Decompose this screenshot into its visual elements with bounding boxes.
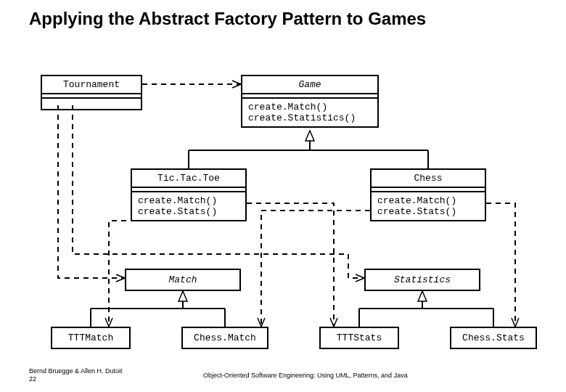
class-chessstats: Chess.Stats <box>450 327 537 349</box>
class-tournament-ops <box>42 99 141 109</box>
class-match: Match <box>125 269 241 291</box>
class-tictactoe-ops: create.Match() create.Stats() <box>132 192 245 220</box>
class-chess-name: Chess <box>372 170 485 188</box>
class-game-ops: create.Match() create.Statistics() <box>242 99 377 126</box>
footer-book: Object-Oriented Software Engineering: Us… <box>203 372 408 379</box>
class-tournament: Tournament <box>41 75 142 110</box>
class-tournament-name: Tournament <box>42 76 141 94</box>
footer-credits: Bernd Bruegge & Allen H. Dutoit 22 <box>29 367 123 383</box>
class-tttmatch: TTTMatch <box>51 327 131 349</box>
class-tictactoe-name: Tic.Tac.Toe <box>132 170 245 188</box>
class-chess-ops: create.Match() create.Stats() <box>372 192 485 220</box>
footer-author: Bernd Bruegge & Allen H. Dutoit <box>29 367 123 375</box>
class-game-name: Game <box>242 76 377 94</box>
class-tictactoe: Tic.Tac.Toe create.Match() create.Stats(… <box>131 168 247 221</box>
page-title: Applying the Abstract Factory Pattern to… <box>29 9 426 29</box>
class-game: Game create.Match() create.Statistics() <box>241 75 379 128</box>
class-chessmatch: Chess.Match <box>181 327 268 349</box>
class-statistics: Statistics <box>364 269 480 291</box>
class-tttstats: TTTStats <box>319 327 399 349</box>
footer-page: 22 <box>29 375 36 383</box>
class-chess: Chess create.Match() create.Stats() <box>370 168 486 221</box>
